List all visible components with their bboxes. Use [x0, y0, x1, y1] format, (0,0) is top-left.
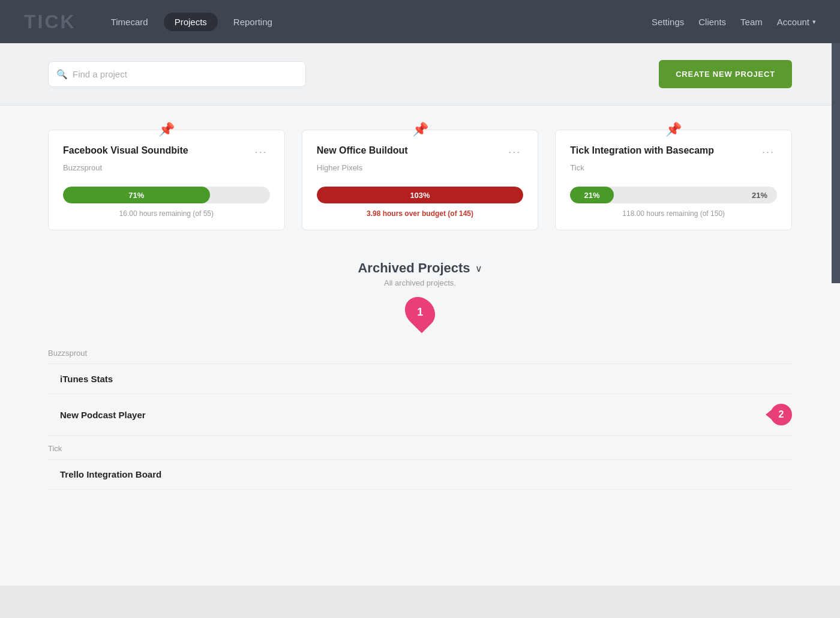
card-header-2: Tick Integration with Basecamp ··· — [570, 145, 777, 160]
search-area: 🔍 CREATE NEW PROJECT — [0, 43, 840, 106]
nav-settings[interactable]: Settings — [652, 17, 684, 27]
pin-icon-0: 📌 — [158, 122, 175, 137]
project-card-1[interactable]: 📌 New Office Buildout ··· Higher Pixels … — [302, 130, 539, 230]
chevron-down-icon: ▾ — [812, 18, 816, 26]
client-label-tick: Tick — [48, 436, 792, 460]
card-client-0: Buzzsprout — [63, 163, 270, 172]
step-1-badge-wrap: 1 — [48, 296, 792, 328]
hours-remaining-2: 118.00 hours remaining (of 150) — [570, 209, 777, 218]
hours-remaining-0: 16.00 hours remaining (of 55) — [63, 209, 270, 218]
search-wrapper: 🔍 — [48, 61, 306, 87]
progress-track-1: 103% — [317, 187, 524, 203]
client-group-tick: Tick Trello Integration Board — [48, 436, 792, 490]
archived-project-trello[interactable]: Trello Integration Board — [48, 460, 792, 490]
create-project-button[interactable]: CREATE NEW PROJECT — [659, 60, 792, 88]
nav-timecard[interactable]: Timecard — [100, 13, 159, 31]
archived-project-name-trello: Trello Integration Board — [60, 469, 792, 479]
progress-label-2: 21% — [584, 191, 600, 200]
progress-label-0: 71% — [128, 191, 144, 200]
progress-bar-1: 103% — [317, 187, 524, 203]
archived-header: Archived Projects ∨ All archived project… — [48, 260, 792, 287]
card-menu-2[interactable]: ··· — [760, 145, 777, 160]
pin-icon-1: 📌 — [412, 122, 428, 137]
progress-wrap-2: 21% 21% — [570, 187, 777, 203]
card-menu-0[interactable]: ··· — [253, 145, 270, 160]
navbar: TICK Timecard Projects Reporting Setting… — [0, 0, 840, 43]
account-label: Account — [777, 17, 809, 27]
step-2-badge: 2 — [770, 404, 792, 425]
card-client-1: Higher Pixels — [317, 163, 524, 172]
progress-track-2: 21% — [570, 187, 777, 203]
card-header-0: Facebook Visual Soundbite ··· — [63, 145, 270, 160]
navbar-right: Settings Clients Team Account ▾ — [652, 17, 816, 27]
archived-subtitle: All archived projects. — [48, 278, 792, 287]
nav-clients[interactable]: Clients — [698, 17, 726, 27]
project-card-2[interactable]: 📌 Tick Integration with Basecamp ··· Tic… — [555, 130, 792, 230]
project-cards-row: 📌 Facebook Visual Soundbite ··· Buzzspro… — [48, 130, 792, 230]
client-label-buzzsprout: Buzzsprout — [48, 340, 792, 364]
card-client-2: Tick — [570, 163, 777, 172]
nav-links: Timecard Projects Reporting — [100, 13, 652, 31]
progress-pct-overlay-2: 21% — [752, 191, 767, 200]
archived-title-row: Archived Projects ∨ — [48, 260, 792, 276]
card-title-2: Tick Integration with Basecamp — [570, 145, 714, 157]
hours-remaining-1: 3.98 hours over budget (of 145) — [317, 209, 524, 218]
archived-project-new-podcast-player[interactable]: New Podcast Player 2 — [48, 394, 792, 436]
step-1-badge-text: 1 — [417, 306, 423, 319]
card-header-1: New Office Buildout ··· — [317, 145, 524, 160]
progress-bar-2: 21% — [570, 187, 613, 203]
archived-project-name-podcast: New Podcast Player — [60, 410, 763, 420]
card-menu-1[interactable]: ··· — [506, 145, 523, 160]
progress-label-1: 103% — [410, 191, 430, 200]
nav-projects[interactable]: Projects — [164, 13, 218, 31]
progress-wrap-1: 103% — [317, 187, 524, 203]
project-card-0[interactable]: 📌 Facebook Visual Soundbite ··· Buzzspro… — [48, 130, 285, 230]
nav-team[interactable]: Team — [740, 17, 763, 27]
card-title-0: Facebook Visual Soundbite — [63, 145, 188, 157]
scrollbar[interactable] — [832, 43, 840, 283]
card-title-1: New Office Buildout — [317, 145, 408, 157]
client-group-buzzsprout: Buzzsprout iTunes Stats New Podcast Play… — [48, 340, 792, 436]
archived-project-itunes-stats[interactable]: iTunes Stats — [48, 364, 792, 394]
nav-reporting[interactable]: Reporting — [223, 13, 283, 31]
pin-icon-2: 📌 — [665, 122, 682, 137]
step-1-badge: 1 — [399, 291, 442, 334]
account-dropdown[interactable]: Account ▾ — [777, 17, 816, 27]
app-logo: TICK — [24, 11, 76, 33]
archived-chevron-icon[interactable]: ∨ — [475, 263, 482, 274]
search-input[interactable] — [48, 61, 306, 87]
search-icon: 🔍 — [56, 69, 68, 80]
progress-track-0: 71% — [63, 187, 270, 203]
main-content: 📌 Facebook Visual Soundbite ··· Buzzspro… — [0, 106, 840, 586]
step-2-badge-text: 2 — [779, 409, 784, 420]
progress-bar-0: 71% — [63, 187, 210, 203]
archived-project-name-itunes: iTunes Stats — [60, 374, 792, 384]
archived-title: Archived Projects — [358, 260, 470, 276]
progress-wrap-0: 71% — [63, 187, 270, 203]
